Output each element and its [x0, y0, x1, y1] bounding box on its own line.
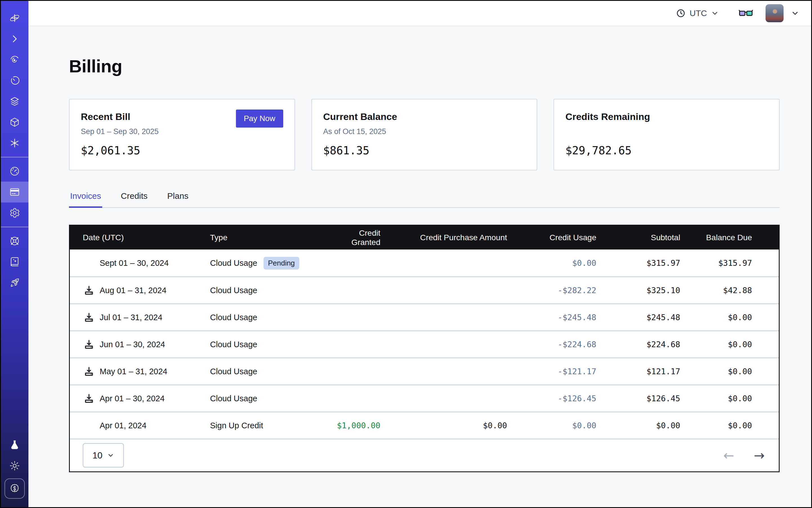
recent-bill-amount: $2,061.35 — [81, 144, 283, 157]
credits-button[interactable] — [4, 478, 25, 499]
download-slot — [83, 419, 95, 432]
theme-toggle[interactable] — [1, 455, 29, 476]
subtotal: $224.68 — [596, 340, 680, 349]
sidebar-item-getting-started[interactable] — [1, 272, 29, 293]
sun-icon — [9, 460, 20, 471]
3d-glasses-icon — [738, 8, 753, 18]
sidebar-expand[interactable] — [1, 29, 29, 49]
invoice-date: Apr 01 – 30, 2024 — [100, 394, 165, 403]
tab-plans[interactable]: Plans — [166, 191, 189, 207]
dollar-badge-icon — [9, 483, 20, 495]
col-credit-purchase-amount: Credit Purchase Amount — [380, 233, 507, 242]
profile-menu-button[interactable] — [791, 9, 799, 17]
col-credit-granted: Credit Granted — [334, 228, 380, 247]
credit-usage: $0.00 — [507, 421, 596, 430]
viewer-mode-button[interactable] — [738, 8, 753, 18]
subtotal: $0.00 — [596, 421, 680, 430]
pagination-arrows: ← → — [723, 449, 765, 462]
billing-page: Billing Recent Bill Sep 01 – Sep 30, 202… — [29, 26, 811, 507]
balance-due: $315.97 — [680, 258, 752, 268]
sidebar-item-usage[interactable] — [1, 161, 29, 182]
table-row: Sept 01 – 30, 2024 Cloud UsagePending $0… — [70, 250, 779, 277]
card-title: Current Balance — [323, 111, 526, 122]
sidebar-item-functions[interactable] — [1, 133, 29, 154]
download-invoice-button[interactable] — [83, 284, 95, 297]
sidebar-item-settings[interactable] — [1, 203, 29, 223]
sidebar — [1, 1, 29, 507]
card-title: Credits Remaining — [565, 111, 768, 122]
invoice-date: May 01 – 31, 2024 — [100, 367, 167, 376]
invoice-date: Apr 01, 2024 — [100, 421, 146, 430]
current-balance-card: Current Balance As of Oct 15, 2025 $861.… — [311, 99, 538, 170]
credit-purchase-amount: $0.00 — [380, 421, 507, 430]
timezone-label: UTC — [689, 8, 707, 18]
pay-now-button[interactable]: Pay Now — [236, 110, 283, 128]
trace-eye-icon — [9, 54, 20, 65]
download-invoice-button[interactable] — [83, 311, 95, 324]
avatar[interactable] — [766, 4, 783, 22]
billing-tabs: Invoices Credits Plans — [69, 191, 780, 208]
sidebar-item-billing[interactable] — [1, 182, 29, 203]
page-size-select[interactable]: 10 — [83, 443, 124, 467]
sidebar-item-history[interactable] — [1, 70, 29, 91]
cube-icon — [9, 117, 20, 128]
app-logo[interactable] — [1, 8, 29, 29]
table-row: Apr 01 – 30, 2024 Cloud Usage -$126.45 $… — [70, 385, 779, 412]
chevron-right-icon — [9, 33, 20, 44]
credits-remaining-card: Credits Remaining $29,782.65 — [554, 99, 780, 170]
rocket-icon — [9, 277, 20, 288]
chevron-down-icon — [791, 9, 799, 17]
page-size-value: 10 — [92, 450, 102, 461]
timezone-selector[interactable]: UTC — [676, 8, 719, 18]
download-invoice-button[interactable] — [83, 338, 95, 350]
download-invoice-button[interactable] — [83, 365, 95, 378]
credit-card-icon — [9, 186, 20, 198]
invoice-type: Sign Up Credit — [210, 421, 334, 430]
download-icon — [83, 285, 95, 296]
balance-due: $0.00 — [680, 394, 752, 403]
orbit-logo-icon — [9, 12, 20, 24]
table-row: Apr 01, 2024 Sign Up Credit $1,000.00 $0… — [70, 412, 779, 439]
invoice-date: Sept 01 – 30, 2024 — [100, 258, 169, 268]
download-icon — [83, 393, 95, 404]
balance-due: $0.00 — [680, 367, 752, 376]
download-icon — [83, 366, 95, 377]
timer-icon — [9, 75, 20, 86]
table-header: Date (UTC) Type Credit Granted Credit Pu… — [70, 225, 779, 250]
chevron-down-icon — [711, 9, 719, 17]
layers-icon — [9, 96, 20, 107]
credit-usage: -$282.22 — [507, 286, 596, 295]
sidebar-item-layers[interactable] — [1, 91, 29, 112]
download-invoice-button[interactable] — [83, 392, 95, 405]
sidebar-item-support[interactable] — [1, 230, 29, 251]
previous-page-button[interactable]: ← — [723, 449, 734, 462]
sidebar-item-labs[interactable] — [1, 434, 29, 455]
table-row: Jun 01 – 30, 2024 Cloud Usage -$224.68 $… — [70, 331, 779, 357]
next-page-button[interactable]: → — [754, 449, 765, 462]
tab-invoices[interactable]: Invoices — [69, 191, 102, 208]
current-balance-amount: $861.35 — [323, 144, 526, 157]
sidebar-item-containers[interactable] — [1, 112, 29, 133]
invoice-type: Cloud Usage — [210, 394, 334, 403]
invoices-table: Date (UTC) Type Credit Granted Credit Pu… — [69, 225, 780, 472]
invoice-date: Aug 01 – 31, 2024 — [100, 286, 166, 295]
tab-credits[interactable]: Credits — [120, 191, 149, 207]
balance-due: $42.88 — [680, 286, 752, 295]
invoice-type: Cloud Usage — [210, 286, 334, 295]
table-row: May 01 – 31, 2024 Cloud Usage -$121.17 $… — [70, 357, 779, 385]
table-pagination: 10 ← → — [70, 439, 779, 471]
sidebar-divider — [1, 227, 29, 227]
subtotal: $325.10 — [596, 286, 680, 295]
card-subtitle: As of Oct 15, 2025 — [323, 127, 526, 137]
clock-icon — [676, 8, 686, 18]
download-icon — [83, 312, 95, 323]
docs-book-icon — [9, 256, 20, 267]
subtotal: $315.97 — [596, 258, 680, 268]
col-date: Date (UTC) — [83, 233, 210, 242]
download-icon — [83, 339, 95, 350]
sidebar-item-docs[interactable] — [1, 251, 29, 272]
credit-usage: -$126.45 — [507, 394, 596, 403]
sidebar-item-observability[interactable] — [1, 49, 29, 70]
col-balance-due: Balance Due — [680, 233, 752, 242]
credit-usage: -$245.48 — [507, 313, 596, 322]
